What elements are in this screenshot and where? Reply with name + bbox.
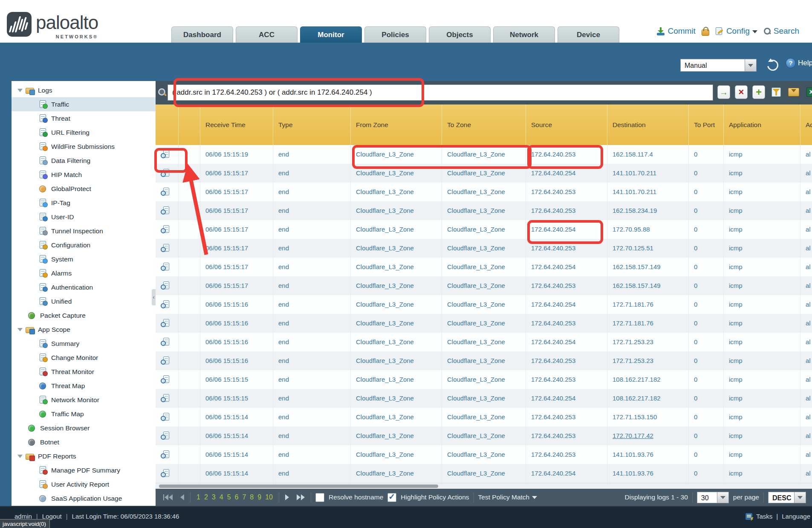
refresh-mode-select[interactable]: Manual (680, 59, 757, 72)
sidebar-item-summary[interactable]: Summary (12, 337, 156, 351)
cell-source[interactable]: 172.64.240.254 (526, 164, 607, 183)
clear-filter-button[interactable]: × (735, 85, 748, 99)
table-row[interactable]: 06/06 15:15:15endCloudflare_L3_ZoneCloud… (156, 389, 812, 408)
cell-icon[interactable] (156, 276, 179, 295)
table-row[interactable]: 06/06 15:15:17endCloudflare_L3_ZoneCloud… (156, 220, 812, 239)
cell-destination[interactable]: 141.101.70.211 (607, 164, 689, 183)
tab-acc[interactable]: ACC (236, 26, 298, 43)
page-number-8[interactable]: 8 (250, 493, 254, 501)
cell-destination[interactable]: 162.158.234.19 (607, 201, 689, 220)
cell-icon[interactable] (156, 464, 179, 483)
table-row[interactable]: 06/06 15:15:17endCloudflare_L3_ZoneCloud… (156, 258, 812, 276)
refresh-icon[interactable] (765, 58, 780, 73)
cell-destination[interactable]: 162.158.117.4 (607, 145, 689, 164)
highlight-policy-actions-checkbox[interactable] (387, 493, 396, 502)
sidebar-item-traffic[interactable]: Traffic (12, 97, 156, 111)
cell-destination[interactable]: 162.158.157.149 (607, 258, 689, 276)
language-link[interactable]: Language (782, 513, 810, 520)
cell-icon[interactable] (156, 314, 179, 333)
log-detail-icon[interactable] (161, 319, 169, 328)
cell-icon[interactable] (156, 183, 179, 201)
sidebar-item-configuration[interactable]: Configuration (12, 238, 156, 252)
log-detail-icon[interactable] (161, 281, 169, 290)
cell-icon[interactable] (156, 351, 179, 370)
sidebar-item-session-browser[interactable]: Session Browser (12, 421, 156, 435)
sidebar-item-app-scope[interactable]: App Scope (12, 322, 156, 337)
log-detail-icon[interactable] (161, 169, 169, 177)
table-row[interactable]: 06/06 15:15:14endCloudflare_L3_ZoneCloud… (156, 426, 812, 445)
cell-source[interactable]: 172.64.240.253 (526, 351, 607, 370)
last-page-button[interactable] (295, 494, 306, 500)
table-row[interactable]: 06/06 15:15:17endCloudflare_L3_ZoneCloud… (156, 164, 812, 183)
table-row[interactable]: 06/06 15:15:19endCloudflare_L3_ZoneCloud… (156, 145, 812, 164)
column-header-type[interactable]: Type (273, 104, 351, 145)
config-button[interactable]: Config (715, 26, 757, 36)
column-header-application[interactable]: Application (724, 104, 800, 145)
sidebar-item-globalprotect[interactable]: GlobalProtect (12, 182, 156, 196)
scrollbar-thumb[interactable] (159, 484, 438, 488)
cell-icon[interactable] (156, 220, 179, 239)
column-header-source[interactable]: Source (526, 104, 607, 145)
cell-source[interactable]: 172.64.240.254 (526, 295, 607, 314)
first-page-button[interactable] (162, 494, 174, 500)
sidebar-item-tunnel-inspection[interactable]: Tunnel Inspection (12, 224, 156, 238)
cell-source[interactable]: 172.64.240.253 (526, 426, 607, 445)
cell-icon[interactable] (156, 164, 179, 183)
prev-page-button[interactable] (179, 494, 186, 500)
page-number-9[interactable]: 9 (257, 493, 261, 501)
tab-policies[interactable]: Policies (364, 26, 426, 43)
page-number-1[interactable]: 1 (196, 493, 200, 501)
table-row[interactable]: 06/06 15:15:14endCloudflare_L3_ZoneCloud… (156, 408, 812, 426)
table-row[interactable]: 06/06 15:15:16endCloudflare_L3_ZoneCloud… (156, 351, 812, 370)
cell-icon[interactable] (156, 239, 179, 258)
cell-source[interactable]: 172.64.240.253 (526, 408, 607, 426)
sidebar-item-user-id[interactable]: User-ID (12, 210, 156, 224)
tab-dashboard[interactable]: Dashboard (171, 26, 233, 43)
cell-destination[interactable]: 141.101.93.76 (607, 464, 689, 483)
table-row[interactable]: 06/06 15:15:16endCloudflare_L3_ZoneCloud… (156, 295, 812, 314)
cell-source[interactable]: 172.64.240.253 (526, 145, 607, 164)
sidebar-item-threat[interactable]: Threat (12, 111, 156, 125)
column-header-icon[interactable] (156, 104, 179, 145)
sidebar-item-user-activity-report[interactable]: User Activity Report (12, 477, 156, 491)
horizontal-scrollbar[interactable] (156, 483, 812, 489)
log-detail-icon[interactable] (161, 357, 169, 365)
commit-button[interactable]: Commit (656, 26, 695, 36)
per-page-select[interactable]: 30 (697, 492, 729, 503)
page-number-7[interactable]: 7 (242, 493, 246, 501)
cell-source[interactable]: 172.64.240.253 (526, 370, 607, 389)
page-number-4[interactable]: 4 (220, 493, 223, 501)
cell-source[interactable]: 172.64.240.254 (526, 220, 607, 239)
cell-source[interactable]: 172.64.240.253 (526, 314, 607, 333)
page-number-5[interactable]: 5 (227, 493, 231, 501)
sidebar-item-pdf-reports[interactable]: PDF Reports (12, 449, 156, 463)
cell-source[interactable]: 172.64.240.254 (526, 333, 607, 351)
cell-icon[interactable] (156, 201, 179, 220)
cell-destination[interactable]: 172.71.181.76 (607, 314, 689, 333)
lock-icon[interactable] (702, 29, 709, 36)
filter-query-input[interactable] (168, 84, 713, 101)
cell-destination[interactable]: 141.101.93.76 (607, 445, 689, 464)
sidebar-item-threat-monitor[interactable]: Threat Monitor (12, 365, 156, 379)
table-row[interactable]: 06/06 15:15:17endCloudflare_L3_ZoneCloud… (156, 201, 812, 220)
sidebar-item-unified[interactable]: Unified (12, 294, 156, 308)
column-header-spacer[interactable] (179, 104, 200, 145)
sidebar-item-change-monitor[interactable]: Change Monitor (12, 351, 156, 365)
page-number-2[interactable]: 2 (204, 493, 208, 501)
search-button[interactable]: Search (763, 26, 799, 36)
log-detail-icon[interactable] (161, 375, 169, 384)
log-detail-icon[interactable] (161, 188, 169, 196)
sort-order-select[interactable]: DESC (768, 492, 806, 503)
help-button[interactable]: ? Help (786, 58, 812, 68)
cell-icon[interactable] (156, 426, 179, 445)
page-number-6[interactable]: 6 (235, 493, 239, 501)
log-detail-icon[interactable] (161, 150, 169, 159)
log-detail-icon[interactable] (161, 413, 169, 421)
chevron-down-icon[interactable] (717, 492, 729, 503)
cell-source[interactable]: 172.64.240.254 (526, 389, 607, 408)
resolve-hostname-checkbox[interactable] (315, 493, 324, 502)
sidebar-item-wildfire-submissions[interactable]: WildFire Submissions (12, 139, 156, 154)
cell-source[interactable]: 172.64.240.253 (526, 239, 607, 258)
next-page-button[interactable] (283, 494, 291, 500)
sidebar-item-network-monitor[interactable]: Network Monitor (12, 393, 156, 407)
